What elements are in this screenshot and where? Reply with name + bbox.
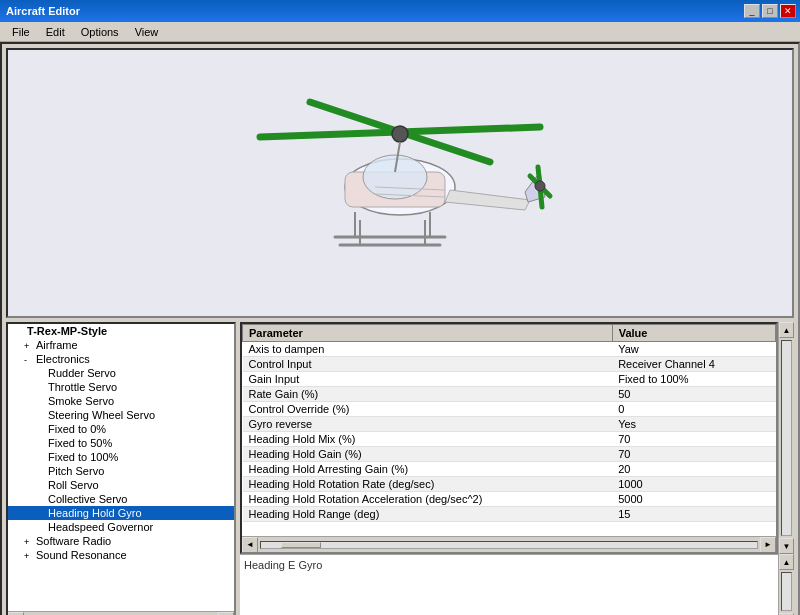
menu-view[interactable]: View	[127, 24, 167, 40]
param-name: Rate Gain (%)	[243, 387, 613, 402]
param-table: Parameter Value Axis to dampenYawControl…	[242, 324, 776, 522]
svg-marker-5	[445, 190, 530, 210]
right-panel: Parameter Value Axis to dampenYawControl…	[240, 322, 794, 615]
tree-hscrollbar[interactable]: ◄ ►	[8, 611, 234, 615]
param-value: 70	[612, 432, 775, 447]
tree-hscroll-left[interactable]: ◄	[8, 612, 24, 616]
tree-item-fixed-100[interactable]: Fixed to 100%	[8, 450, 234, 464]
table-row[interactable]: Control Override (%)0	[243, 402, 776, 417]
table-row[interactable]: Control InputReceiver Channel 4	[243, 357, 776, 372]
param-name: Control Input	[243, 357, 613, 372]
table-row[interactable]: Heading Hold Rotation Acceleration (deg/…	[243, 492, 776, 507]
table-row[interactable]: Gyro reverseYes	[243, 417, 776, 432]
param-value: 20	[612, 462, 775, 477]
param-name: Heading Hold Rotation Rate (deg/sec)	[243, 477, 613, 492]
param-value: Yes	[612, 417, 775, 432]
param-name: Axis to dampen	[243, 342, 613, 357]
table-row[interactable]: Axis to dampenYaw	[243, 342, 776, 357]
main-window: T-Rex-MP-Style +Airframe -Electronics Ru…	[0, 42, 800, 615]
param-value: 50	[612, 387, 775, 402]
desc-vscroll-track[interactable]	[781, 572, 792, 611]
param-panel: Parameter Value Axis to dampenYawControl…	[240, 322, 778, 554]
tree-item-fixed-50[interactable]: Fixed to 50%	[8, 436, 234, 450]
tree-panel: T-Rex-MP-Style +Airframe -Electronics Ru…	[6, 322, 236, 615]
param-hscroll-right[interactable]: ►	[760, 537, 776, 553]
svg-point-15	[392, 126, 408, 142]
table-row[interactable]: Heading Hold Mix (%)70	[243, 432, 776, 447]
param-hscrollbar[interactable]: ◄ ►	[242, 536, 776, 552]
desc-vscrollbar[interactable]: ▲ ▼	[778, 554, 794, 615]
tree-item-smoke-servo[interactable]: Smoke Servo	[8, 394, 234, 408]
tree-item-electronics[interactable]: -Electronics	[8, 352, 234, 366]
menu-edit[interactable]: Edit	[38, 24, 73, 40]
param-vscroll-track[interactable]	[781, 340, 792, 536]
tree-item-fixed-0[interactable]: Fixed to 0%	[8, 422, 234, 436]
tree-scroll-area[interactable]: T-Rex-MP-Style +Airframe -Electronics Ru…	[8, 324, 234, 611]
param-name: Gain Input	[243, 372, 613, 387]
param-row-area: Parameter Value Axis to dampenYawControl…	[240, 322, 794, 554]
selected-item-label: Heading E Gyro	[240, 555, 778, 575]
menu-file[interactable]: File	[4, 24, 38, 40]
tree-item-software-radio[interactable]: +Software Radio	[8, 534, 234, 548]
table-row[interactable]: Heading Hold Rotation Rate (deg/sec)1000	[243, 477, 776, 492]
close-button[interactable]: ✕	[780, 4, 796, 18]
param-name: Heading Hold Arresting Gain (%)	[243, 462, 613, 477]
param-value: Receiver Channel 4	[612, 357, 775, 372]
desc-panel: Heading E Gyro	[240, 554, 778, 615]
param-hscroll-track[interactable]	[260, 541, 758, 549]
param-value: 1000	[612, 477, 775, 492]
param-table-container[interactable]: Parameter Value Axis to dampenYawControl…	[242, 324, 776, 536]
bottom-panels: T-Rex-MP-Style +Airframe -Electronics Ru…	[6, 322, 794, 615]
param-vscroll-up[interactable]: ▲	[779, 322, 794, 338]
param-value: 5000	[612, 492, 775, 507]
param-name: Control Override (%)	[243, 402, 613, 417]
desc-area: Heading E Gyro ▲ ▼	[240, 554, 794, 615]
col-value: Value	[612, 325, 775, 342]
menu-options[interactable]: Options	[73, 24, 127, 40]
title-bar: Aircraft Editor _ □ ✕	[0, 0, 800, 22]
table-row[interactable]: Heading Hold Range (deg)15	[243, 507, 776, 522]
tree-item-heading-hold-gyro[interactable]: Heading Hold Gyro	[8, 506, 234, 520]
svg-point-16	[535, 181, 545, 191]
param-vscroll-down[interactable]: ▼	[779, 538, 794, 554]
param-name: Gyro reverse	[243, 417, 613, 432]
window-title: Aircraft Editor	[6, 5, 80, 17]
3d-viewport	[6, 48, 794, 318]
maximize-button[interactable]: □	[762, 4, 778, 18]
svg-point-4	[363, 155, 427, 199]
param-name: Heading Hold Range (deg)	[243, 507, 613, 522]
col-parameter: Parameter	[243, 325, 613, 342]
tree-item-sound-resonance[interactable]: +Sound Resonance	[8, 548, 234, 562]
param-value: 15	[612, 507, 775, 522]
param-vscrollbar[interactable]: ▲ ▼	[778, 322, 794, 554]
tree-item-collective-servo[interactable]: Collective Servo	[8, 492, 234, 506]
table-row[interactable]: Heading Hold Gain (%)70	[243, 447, 776, 462]
window-controls: _ □ ✕	[744, 4, 796, 18]
helicopter-model	[230, 82, 570, 284]
menu-bar: File Edit Options View	[0, 22, 800, 42]
tree-item-throttle-servo[interactable]: Throttle Servo	[8, 380, 234, 394]
tree-item-airframe[interactable]: +Airframe	[8, 338, 234, 352]
table-row[interactable]: Rate Gain (%)50	[243, 387, 776, 402]
table-row[interactable]: Gain InputFixed to 100%	[243, 372, 776, 387]
param-value: 0	[612, 402, 775, 417]
param-name: Heading Hold Rotation Acceleration (deg/…	[243, 492, 613, 507]
table-row[interactable]: Heading Hold Arresting Gain (%)20	[243, 462, 776, 477]
param-hscroll-thumb[interactable]	[281, 542, 321, 548]
param-name: Heading Hold Mix (%)	[243, 432, 613, 447]
tree-item-pitch-servo[interactable]: Pitch Servo	[8, 464, 234, 478]
param-hscroll-left[interactable]: ◄	[242, 537, 258, 553]
param-value: Yaw	[612, 342, 775, 357]
tree-root[interactable]: T-Rex-MP-Style	[8, 324, 234, 338]
desc-vscroll-up[interactable]: ▲	[779, 554, 794, 570]
param-name: Heading Hold Gain (%)	[243, 447, 613, 462]
param-value: 70	[612, 447, 775, 462]
tree-hscroll-right[interactable]: ►	[218, 612, 234, 616]
tree-item-steering-wheel-servo[interactable]: Steering Wheel Servo	[8, 408, 234, 422]
param-value: Fixed to 100%	[612, 372, 775, 387]
tree-item-headspeed-governor[interactable]: Headspeed Governor	[8, 520, 234, 534]
tree-item-roll-servo[interactable]: Roll Servo	[8, 478, 234, 492]
tree-item-rudder-servo[interactable]: Rudder Servo	[8, 366, 234, 380]
minimize-button[interactable]: _	[744, 4, 760, 18]
